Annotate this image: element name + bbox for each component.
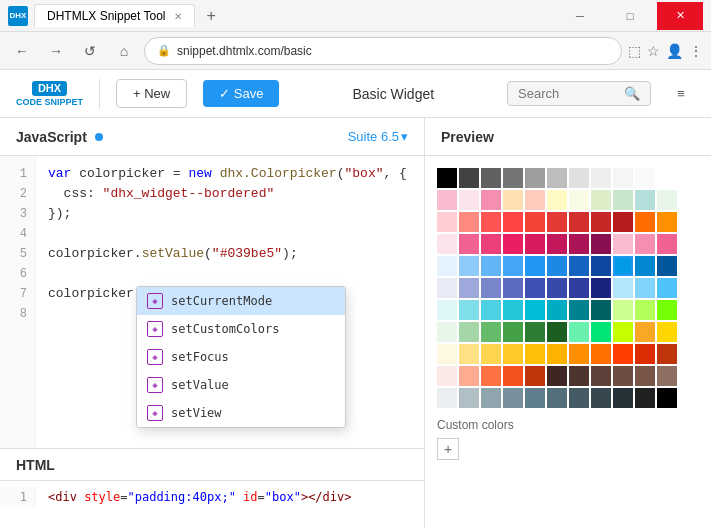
color-cell[interactable] [503, 366, 523, 386]
color-cell[interactable] [437, 344, 457, 364]
color-cell[interactable] [503, 322, 523, 342]
color-cell[interactable] [635, 300, 655, 320]
color-cell[interactable] [437, 366, 457, 386]
color-cell[interactable] [437, 300, 457, 320]
color-cell[interactable] [569, 388, 589, 408]
color-cell[interactable] [437, 234, 457, 254]
color-cell[interactable] [459, 212, 479, 232]
color-cell[interactable] [547, 234, 567, 254]
ac-item-0[interactable]: ◈ setCurrentMode [137, 287, 345, 315]
new-button[interactable]: + New [116, 79, 187, 108]
color-cell[interactable] [635, 168, 655, 188]
search-input[interactable] [518, 86, 618, 101]
color-cell[interactable] [503, 344, 523, 364]
code-content[interactable]: var colorpicker = new dhx.Colorpicker("b… [36, 156, 424, 448]
color-cell[interactable] [481, 168, 501, 188]
color-cell[interactable] [547, 190, 567, 210]
ac-item-1[interactable]: ◈ setCustomColors [137, 315, 345, 343]
color-cell[interactable] [437, 256, 457, 276]
color-cell[interactable] [547, 168, 567, 188]
color-cell[interactable] [613, 212, 633, 232]
color-cell[interactable] [657, 322, 677, 342]
color-cell[interactable] [459, 168, 479, 188]
color-cell[interactable] [459, 366, 479, 386]
color-cell[interactable] [525, 388, 545, 408]
color-cell[interactable] [591, 212, 611, 232]
color-cell[interactable] [547, 256, 567, 276]
color-cell[interactable] [613, 366, 633, 386]
back-button[interactable]: ← [8, 37, 36, 65]
color-cell[interactable] [459, 190, 479, 210]
color-cell[interactable] [591, 366, 611, 386]
color-cell[interactable] [547, 388, 567, 408]
color-cell[interactable] [569, 190, 589, 210]
color-cell[interactable] [591, 344, 611, 364]
color-cell[interactable] [657, 366, 677, 386]
color-cell[interactable] [503, 300, 523, 320]
color-cell[interactable] [613, 256, 633, 276]
maximize-button[interactable]: □ [607, 2, 653, 30]
color-cell[interactable] [657, 212, 677, 232]
color-cell[interactable] [613, 278, 633, 298]
home-button[interactable]: ⌂ [110, 37, 138, 65]
ac-item-2[interactable]: ◈ setFocus [137, 343, 345, 371]
color-cell[interactable] [503, 212, 523, 232]
color-cell[interactable] [569, 344, 589, 364]
color-cell[interactable] [525, 190, 545, 210]
color-cell[interactable] [569, 212, 589, 232]
filter-button[interactable]: ≡ [667, 80, 695, 108]
profile-icon[interactable]: 👤 [666, 43, 683, 59]
color-cell[interactable] [437, 278, 457, 298]
color-cell[interactable] [481, 256, 501, 276]
color-cell[interactable] [481, 234, 501, 254]
color-cell[interactable] [525, 300, 545, 320]
color-cell[interactable] [459, 300, 479, 320]
color-cell[interactable] [635, 278, 655, 298]
color-cell[interactable] [657, 190, 677, 210]
color-cell[interactable] [591, 322, 611, 342]
color-cell[interactable] [547, 344, 567, 364]
color-cell[interactable] [481, 322, 501, 342]
color-cell[interactable] [613, 322, 633, 342]
color-cell[interactable] [481, 278, 501, 298]
color-cell[interactable] [547, 322, 567, 342]
ac-item-3[interactable]: ◈ setValue [137, 371, 345, 399]
color-cell[interactable] [591, 278, 611, 298]
color-cell[interactable] [525, 344, 545, 364]
color-cell[interactable] [657, 388, 677, 408]
color-cell[interactable] [503, 256, 523, 276]
color-cell[interactable] [591, 190, 611, 210]
color-cell[interactable] [503, 234, 523, 254]
color-cell[interactable] [459, 256, 479, 276]
color-cell[interactable] [481, 344, 501, 364]
color-cell[interactable] [503, 388, 523, 408]
color-cell[interactable] [459, 278, 479, 298]
color-cell[interactable] [591, 300, 611, 320]
color-cell[interactable] [569, 278, 589, 298]
color-cell[interactable] [437, 388, 457, 408]
color-cell[interactable] [503, 168, 523, 188]
bookmark-icon[interactable]: ☆ [647, 43, 660, 59]
color-cell[interactable] [437, 322, 457, 342]
color-cell[interactable] [635, 234, 655, 254]
minimize-button[interactable]: ─ [557, 2, 603, 30]
color-cell[interactable] [569, 234, 589, 254]
color-cell[interactable] [613, 190, 633, 210]
color-cell[interactable] [635, 212, 655, 232]
color-cell[interactable] [437, 190, 457, 210]
color-cell[interactable] [591, 234, 611, 254]
address-bar[interactable]: 🔒 snippet.dhtmlx.com/basic [144, 37, 622, 65]
color-cell[interactable] [525, 168, 545, 188]
color-cell[interactable] [613, 234, 633, 254]
color-cell[interactable] [547, 278, 567, 298]
color-cell[interactable] [437, 168, 457, 188]
color-cell[interactable] [459, 234, 479, 254]
color-cell[interactable] [591, 168, 611, 188]
autocomplete-dropdown[interactable]: ◈ setCurrentMode ◈ setCustomColors ◈ set… [136, 286, 346, 428]
color-cell[interactable] [503, 190, 523, 210]
color-cell[interactable] [459, 388, 479, 408]
html-code[interactable]: 1 <div style="padding:40px;" id="box"></… [0, 481, 424, 513]
color-cell[interactable] [525, 322, 545, 342]
color-cell[interactable] [657, 344, 677, 364]
color-cell[interactable] [613, 300, 633, 320]
